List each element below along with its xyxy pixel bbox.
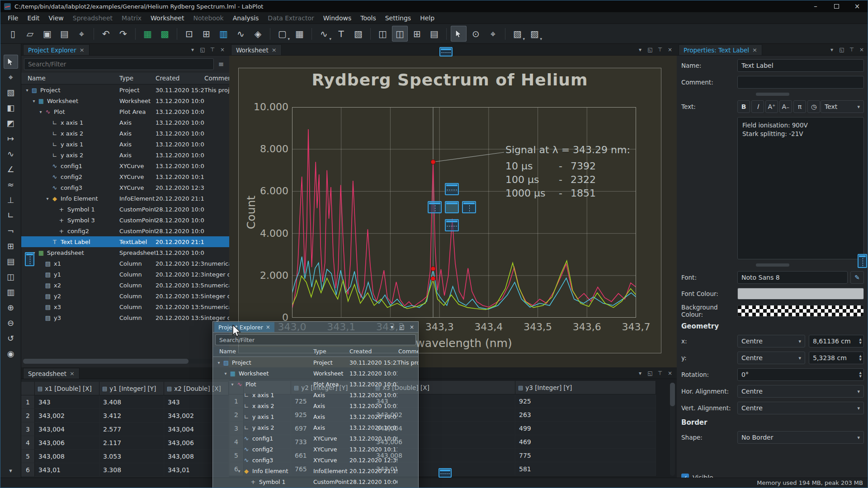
info-element-label[interactable]: Signal at λ = 343.29 nm: 10 µs-7392100 µ… <box>505 144 630 200</box>
tree-row[interactable]: ∿config1XYCurve13.12.2020 10:09 <box>213 433 418 444</box>
menu-file[interactable]: File <box>3 13 23 23</box>
tree-row[interactable]: ▤x3Column20.12.2020 13:56numerical <box>21 301 229 312</box>
label-text-edit[interactable]: Field ionisation: 900VStark splitting: -… <box>737 117 864 259</box>
subscript-button[interactable]: A₋ <box>779 100 792 113</box>
italic-button[interactable]: I <box>751 100 764 113</box>
layout-grid-button[interactable]: ⊞ <box>409 26 425 42</box>
tree-row[interactable]: ▤x2Column20.12.2020 13:55numerical <box>21 280 229 291</box>
zoom-reset-tool-button[interactable]: ↺ <box>4 331 18 345</box>
dock-close-button[interactable]: × <box>665 369 675 378</box>
name-field[interactable] <box>737 59 864 72</box>
y-offset-spinbox[interactable]: 5,3238 cm ▲▼ <box>809 352 864 364</box>
insert-symbol-button[interactable]: π <box>793 100 806 113</box>
tree-row[interactable]: ∿config3XYCurve20.12.2020 12:39 <box>213 455 418 465</box>
open-project-button[interactable]: ▱ <box>22 26 38 42</box>
tree-row[interactable]: ∟y axis 2Axis13.12.2020 10:01 <box>21 150 229 160</box>
axis-tool-button[interactable]: ∟ <box>4 208 18 222</box>
cell[interactable]: 3.053 <box>99 450 164 463</box>
column-header[interactable]: ▤x1 [Double] [X] <box>35 382 99 395</box>
tree-row[interactable]: ∿config3XYCurve20.12.2020 12:39 <box>21 182 229 193</box>
column-header-commen[interactable]: Commen <box>398 348 419 355</box>
dock-pin-button[interactable]: ⊤ <box>847 45 857 54</box>
row-number[interactable]: 2 <box>21 409 35 422</box>
tree-row[interactable]: +Symbol 3CustomPoint28.12.2020 10:06 <box>21 215 229 225</box>
curve-tool-button[interactable]: ∿ <box>4 147 18 161</box>
tree-row[interactable]: ▾▦SpreadsheetSpreadsheet13.12.2020 10:08 <box>21 247 229 258</box>
cell[interactable]: 775 <box>515 449 656 462</box>
y-position-combo[interactable]: Centre ▾ <box>737 352 805 364</box>
cell[interactable]: 343,01 <box>35 463 99 477</box>
column-header-created[interactable]: Created <box>156 75 179 82</box>
dock-float-button[interactable]: ◱ <box>837 45 847 54</box>
add-image-button[interactable]: ▧ <box>350 26 366 42</box>
tab-worksheet[interactable]: Worksheet × <box>231 44 282 55</box>
tab-close-icon[interactable]: × <box>80 47 85 53</box>
menu-spreadsheet[interactable]: Spreadsheet <box>68 13 117 23</box>
spin-arrows-icon[interactable]: ▲▼ <box>859 338 862 345</box>
grid-tool-button[interactable]: ⊞ <box>4 239 18 253</box>
rotation-spinbox[interactable]: 0° ▲▼ <box>737 368 864 381</box>
cell[interactable]: 469 <box>515 435 656 449</box>
shape-combo[interactable]: No Border ▾ <box>737 431 864 444</box>
cell[interactable]: 343,004 <box>35 422 99 436</box>
cell[interactable]: 3.308 <box>99 463 164 477</box>
row-number[interactable]: 3 <box>21 422 35 436</box>
new-spreadsheet-button[interactable]: ▦ <box>292 26 307 42</box>
plot-title[interactable]: Rydberg Spectrum of Helium <box>238 70 661 89</box>
tree-row[interactable]: +config2CustomPoint28.12.2020 10:06 <box>21 225 229 236</box>
column-header[interactable]: ▤y1 [Integer] [Y] <box>99 382 164 395</box>
scrollbar-handle[interactable] <box>23 359 189 364</box>
tree-row[interactable]: ∟x axis 1Axis13.12.2020 10:01 <box>213 389 418 400</box>
dock-pin-button[interactable]: ⊤ <box>655 45 665 54</box>
tab-floating-project-explorer[interactable]: Project Explorer × <box>214 322 274 332</box>
layout-break-button[interactable]: ▤ <box>426 26 442 42</box>
scrollbar-handle[interactable] <box>670 383 675 406</box>
dock-pin-button[interactable]: ⊤ <box>208 45 217 54</box>
zoom-mode-button[interactable]: ⊙ <box>468 26 484 42</box>
row-number[interactable]: 1 <box>21 395 35 409</box>
tree-row[interactable]: TText LabelTextLabel20.12.2020 21:13 <box>21 236 229 247</box>
dock-float-button[interactable]: ◱ <box>198 45 208 54</box>
floating-search-input[interactable]: Search/Filter <box>215 334 416 345</box>
floating-project-explorer[interactable]: Project Explorer × ▾ ◱ × Search/Filter N… <box>212 321 419 488</box>
zoom-select-button[interactable]: ⊡ <box>181 26 197 42</box>
font-field[interactable] <box>737 271 848 284</box>
tree-row[interactable]: ▤y3Column20.12.2020 13:56integer da <box>21 312 229 323</box>
search-input[interactable] <box>24 58 214 70</box>
dock-close-button[interactable]: × <box>407 323 417 332</box>
zoom-out-tool-button[interactable]: ⊖ <box>4 316 18 330</box>
splitter-handle[interactable] <box>756 93 789 96</box>
navigate-mode-button[interactable]: ⌖ <box>485 26 501 42</box>
tree-row[interactable]: ∟y axis 1Axis13.12.2020 10:01 <box>21 139 229 150</box>
dock-menu-button[interactable]: ▾ <box>635 369 645 378</box>
text-mode-combo[interactable]: Text ▾ <box>821 100 864 113</box>
tab-spreadsheet[interactable]: Spreadsheet × <box>23 368 80 379</box>
menu-edit[interactable]: Edit <box>23 13 44 23</box>
dock-close-button[interactable]: × <box>857 45 867 54</box>
toggle-project-explorer-button[interactable]: ▦ <box>140 26 156 42</box>
new-matrix-button[interactable]: ⊞ <box>198 26 214 42</box>
add-text-label-button[interactable]: T <box>333 26 349 42</box>
menu-windows[interactable]: Windows <box>319 13 356 23</box>
tree-row[interactable]: ▤y2Column20.12.2020 13:55integer da <box>21 291 229 301</box>
select-pointer-button[interactable] <box>451 26 467 42</box>
cell[interactable]: 2.117 <box>99 436 164 450</box>
hor-alignment-combo[interactable]: Centre ▾ <box>737 385 864 398</box>
new-worksheet-button[interactable]: ▢▾ <box>274 26 290 42</box>
dock-close-button[interactable]: × <box>217 45 227 54</box>
minimize-button[interactable]: – <box>805 0 826 12</box>
cell[interactable]: 925 <box>515 394 656 408</box>
vertical-layout-tool-button[interactable]: ⊥ <box>4 193 18 207</box>
spin-arrows-icon[interactable]: ▲▼ <box>859 354 862 362</box>
cell[interactable]: 343,006 <box>35 436 99 450</box>
menu-tools[interactable]: Tools <box>356 13 381 23</box>
crosshair-tool-button[interactable]: ⌖ <box>4 70 18 84</box>
panes-tool-button[interactable]: ◫ <box>4 270 18 284</box>
toolbar-overflow-icon[interactable]: ▾ <box>9 467 12 474</box>
tab-properties[interactable]: Properties: Text Label × <box>679 44 762 55</box>
select-y-region-tool-button[interactable]: ◩ <box>4 116 18 130</box>
row-number[interactable]: 6 <box>21 463 35 477</box>
layout-horizontal-button[interactable]: ◫ <box>392 26 408 42</box>
cell[interactable]: 3.408 <box>99 395 164 409</box>
insert-datetime-button[interactable]: ◷ <box>807 100 820 113</box>
